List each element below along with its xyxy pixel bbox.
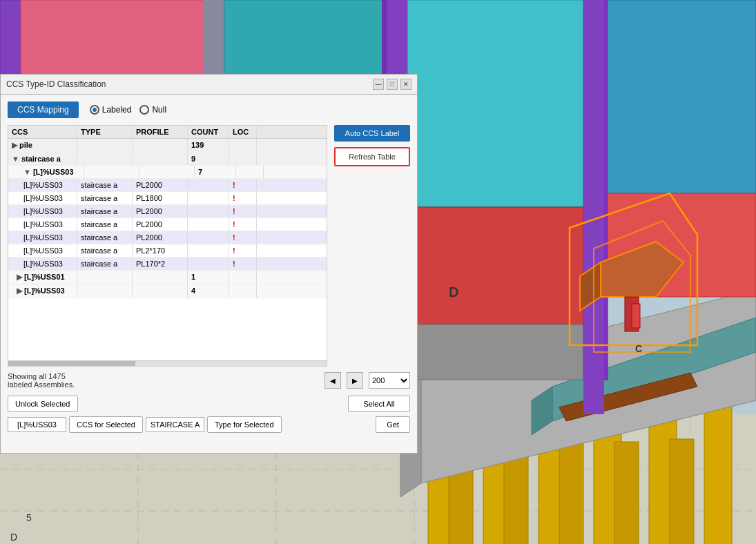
cell-loc: ! — [229, 218, 257, 231]
cell-profile — [133, 271, 188, 284]
ccs-value-input[interactable] — [8, 417, 66, 432]
close-button[interactable]: ✕ — [400, 79, 411, 90]
cell-count: 7 — [195, 166, 236, 178]
svg-text:C: C — [635, 343, 642, 354]
table-row[interactable]: ▼staircase a 9 — [8, 153, 327, 166]
table-row[interactable]: [L]%USS03 staircase a PL2*170 ! — [8, 244, 327, 258]
col-header-loc: LOC — [229, 126, 257, 138]
cell-ccs: ▶[L]%USS03 — [8, 284, 77, 298]
cell-profile — [133, 284, 188, 298]
svg-marker-34 — [407, 207, 587, 324]
minimize-button[interactable]: — — [373, 79, 384, 90]
radio-labeled-dot — [90, 105, 99, 115]
page-size-select[interactable]: 200 100 50 — [369, 372, 410, 389]
get-button[interactable]: Get — [376, 416, 410, 433]
cell-loc: ! — [229, 258, 257, 270]
cell-loc: ! — [229, 179, 257, 191]
cell-loc — [229, 271, 257, 284]
svg-text:D: D — [449, 284, 458, 300]
radio-null-dot — [139, 105, 149, 115]
horizontal-scrollbar[interactable] — [8, 360, 327, 366]
table-row[interactable]: [L]%USS03 staircase a PL2000 ! — [8, 218, 327, 231]
table-row[interactable]: ▶pile 139 — [8, 139, 327, 153]
radio-group: Labeled Null — [90, 105, 166, 115]
cell-loc: ! — [229, 231, 257, 244]
cell-profile — [133, 153, 188, 165]
table-body[interactable]: ▶pile 139 ▼staircase a 9 ▼[L]%USS03 — [8, 139, 327, 360]
auto-ccs-label-button[interactable]: Auto CCS Label — [334, 125, 410, 142]
cell-type: staircase a — [77, 218, 133, 231]
svg-rect-18 — [614, 442, 639, 544]
table-header: CCS TYPE PROFILE COUNT LOC — [8, 126, 327, 139]
radio-null[interactable]: Null — [139, 105, 166, 115]
cell-ccs: ▼staircase a — [8, 153, 77, 165]
table-row[interactable]: [L]%USS03 staircase a PL2000 ! — [8, 231, 327, 244]
cell-count — [188, 244, 229, 257]
type-for-selected-button[interactable]: Type for Selected — [207, 416, 282, 433]
cell-ccs: [L]%USS03 — [8, 218, 77, 231]
unlock-selected-button[interactable]: Unlock Selected — [8, 396, 78, 412]
prev-page-button[interactable]: ◀ — [324, 372, 341, 389]
svg-rect-17 — [559, 438, 583, 544]
bottom-row2: CCS for Selected Type for Selected Get — [8, 416, 410, 433]
toolbar-row: CCS Mapping Labeled Null — [8, 101, 410, 118]
main-area: CCS TYPE PROFILE COUNT LOC ▶pile 139 ▼st… — [8, 125, 410, 367]
table-row[interactable]: ▼[L]%USS03 7 — [8, 166, 327, 179]
ccs-for-selected-button[interactable]: CCS for Selected — [69, 416, 143, 433]
bottom-row1: Unlock Selected Select All — [8, 396, 410, 412]
col-header-type: TYPE — [77, 126, 133, 138]
cell-profile: PL1800 — [133, 192, 188, 204]
window-controls: — □ ✕ — [373, 79, 411, 90]
table-row[interactable]: [L]%USS03 staircase a PL1800 ! — [8, 192, 327, 205]
cell-type — [77, 139, 133, 152]
table-row[interactable]: ▶[L]%USS03 4 — [8, 284, 327, 298]
cell-type: staircase a — [77, 179, 133, 191]
table-row[interactable]: ▶[L]%USS01 1 — [8, 271, 327, 284]
cell-count: 4 — [188, 284, 229, 298]
scrollbar-thumb[interactable] — [8, 361, 135, 366]
bottom-controls: Unlock Selected Select All CCS for Selec… — [8, 396, 410, 433]
svg-rect-48 — [632, 304, 640, 328]
col-header-ccs: CCS — [8, 126, 77, 138]
cell-loc — [229, 139, 257, 152]
ccs-mapping-button[interactable]: CCS Mapping — [8, 101, 79, 118]
cell-type — [77, 284, 133, 298]
refresh-table-button[interactable]: Refresh Table — [334, 147, 410, 166]
maximize-button[interactable]: □ — [387, 79, 398, 90]
table-row[interactable]: [L]%USS03 staircase a PL170*2 ! — [8, 258, 327, 271]
cell-profile: PL170*2 — [133, 258, 188, 270]
staircase-input[interactable] — [146, 417, 204, 432]
cell-count — [188, 218, 229, 231]
table-container: CCS TYPE PROFILE COUNT LOC ▶pile 139 ▼st… — [8, 125, 327, 367]
cell-loc: ! — [229, 244, 257, 257]
cell-loc: ! — [229, 205, 257, 217]
svg-text:5: 5 — [26, 512, 32, 523]
svg-marker-37 — [608, 0, 756, 193]
col-header-count: COUNT — [188, 126, 229, 138]
cell-loc — [229, 153, 257, 165]
cell-count: 1 — [188, 271, 229, 284]
cell-profile: PL2000 — [133, 231, 188, 244]
window-titlebar: CCS Type-ID Classification — □ ✕ — [0, 74, 418, 95]
cell-ccs: [L]%USS03 — [8, 258, 77, 270]
table-row[interactable]: [L]%USS03 staircase a PL2000 ! — [8, 205, 327, 218]
cell-profile — [139, 166, 195, 178]
table-row[interactable]: [L]%USS03 staircase a PL2000 ! — [8, 179, 327, 192]
cell-ccs: [L]%USS03 — [8, 244, 77, 257]
next-page-button[interactable]: ▶ — [347, 372, 363, 389]
select-all-button[interactable]: Select All — [348, 396, 410, 412]
cell-ccs: ▼[L]%USS03 — [15, 166, 84, 178]
right-panel: Auto CCS Label Refresh Table — [334, 125, 410, 367]
cell-profile: PL2000 — [133, 218, 188, 231]
window-title: CCS Type-ID Classification — [6, 79, 106, 89]
cell-count — [188, 205, 229, 217]
radio-labeled-text: Labeled — [102, 105, 132, 115]
cell-count — [188, 179, 229, 191]
cell-count: 139 — [188, 139, 229, 152]
cell-count — [188, 231, 229, 244]
cell-count — [188, 192, 229, 204]
cell-type — [84, 166, 139, 178]
cell-ccs: [L]%USS03 — [8, 205, 77, 217]
radio-labeled[interactable]: Labeled — [90, 105, 132, 115]
cell-count: 9 — [188, 153, 229, 165]
